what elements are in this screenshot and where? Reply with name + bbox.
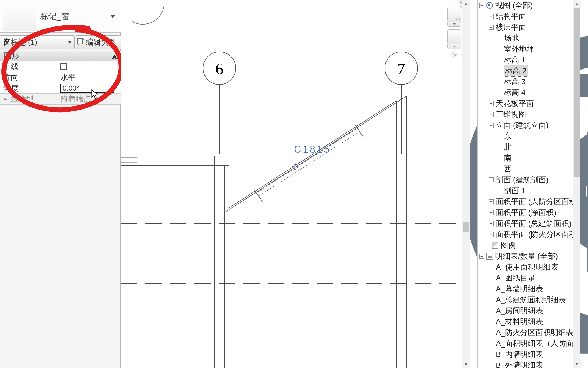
tree-node-schedules[interactable]: − 明细表/数量 (全部) — [478, 251, 573, 262]
collapse-icon[interactable]: − — [489, 25, 494, 30]
tree-item[interactable]: A_防火分区面积明细表 — [478, 327, 573, 338]
svg-line-25 — [259, 131, 360, 196]
prop-value-orientation[interactable]: 水平 — [58, 72, 121, 83]
tree-label: 北 — [504, 142, 512, 153]
tree-label: B_外墙明细表 — [496, 360, 543, 368]
scroll-down-icon[interactable]: ▼ — [462, 360, 470, 368]
type-thumbnail — [3, 2, 36, 31]
scrollbar-thumb[interactable] — [574, 8, 580, 177]
tree-item[interactable]: 东 — [478, 131, 573, 142]
collapse-icon[interactable]: − — [479, 254, 484, 259]
tree-item[interactable]: 标高 4 — [478, 87, 573, 98]
tree-label: 标高 2 — [504, 65, 528, 76]
tree-node-area-plans-3[interactable]: + 面积平面 (总建筑面积) — [478, 218, 573, 229]
tree-item[interactable]: A_材料明细表 — [478, 316, 573, 327]
type-selector-dropdown[interactable]: 标记_窗 — [40, 10, 117, 22]
prop-row-leader-type: 引线类型 附着端点 — [0, 94, 121, 105]
scroll-up-icon[interactable]: ▲ — [462, 0, 470, 8]
tree-item[interactable]: A_图纸目录 — [478, 273, 573, 283]
tree-node-floor-plans[interactable]: − 楼层平面 — [478, 22, 573, 33]
expand-icon[interactable]: + — [489, 112, 494, 117]
tree-label: B_内墙明细表 — [496, 349, 543, 360]
tree-label: 场地 — [504, 33, 519, 44]
expand-icon[interactable]: + — [489, 210, 494, 215]
expand-icon[interactable]: + — [489, 221, 494, 226]
svg-text:6: 6 — [215, 60, 223, 78]
collapse-icon[interactable]: − — [489, 177, 494, 182]
browser-vertical-scrollbar[interactable]: ▲ ▼ — [573, 0, 580, 368]
collapse-icon[interactable]: − — [489, 123, 494, 128]
tree-label: 剖面 (建筑剖面) — [496, 174, 549, 185]
grid-bubble-6: 6 — [203, 52, 236, 154]
tree-label: 室外地坪 — [504, 44, 534, 55]
expand-icon[interactable]: + — [489, 232, 494, 237]
tree-label: 东 — [504, 131, 512, 142]
chevron-down-icon — [68, 41, 72, 44]
scroll-up-icon[interactable]: ▲ — [573, 0, 581, 8]
tree-node-ceiling-plans[interactable]: + 天花板平面 — [478, 98, 573, 109]
tree-item[interactable]: 北 — [478, 142, 573, 153]
instance-filter-button[interactable]: 窗标记 (1) — [0, 35, 75, 49]
tree-label: A_材料明细表 — [496, 316, 543, 327]
tree-node-area-plans-2[interactable]: + 面积平面 (净面积) — [478, 207, 573, 218]
angle-input[interactable]: 0.00° — [60, 84, 114, 93]
properties-grid: 引线 方向 水平 角度 0.00° 引线类型 附着端点 — [0, 61, 121, 105]
tree-node-sections[interactable]: − 剖面 (建筑剖面) — [478, 174, 573, 185]
plan-drawing: 6 7 — [121, 0, 470, 368]
tree-node-legends[interactable]: 图例 — [478, 240, 573, 251]
edit-type-button[interactable]: 编辑类型 — [76, 35, 121, 49]
tree-item[interactable]: B_外墙明细表 — [478, 360, 573, 368]
drawing-canvas[interactable]: 6 7 — [121, 0, 470, 368]
window-tag-label: C1815 — [294, 144, 331, 155]
tree-node-elevations[interactable]: − 立面 (建筑立面) — [478, 120, 573, 131]
tree-item-active[interactable]: 标高 2 — [478, 65, 573, 76]
tree-label: 视图 (全部) — [495, 0, 533, 11]
tree-item[interactable]: A_总建筑面积明细表 — [478, 294, 573, 305]
expand-icon[interactable]: + — [489, 101, 494, 106]
svg-text:7: 7 — [397, 60, 405, 78]
prop-value-leader[interactable] — [58, 61, 121, 72]
tree-item[interactable]: A_幕墙明细表 — [478, 283, 573, 294]
expand-icon[interactable]: + — [489, 199, 494, 204]
tree-item[interactable]: 剖面 1 — [478, 185, 573, 196]
pan-button[interactable] — [447, 29, 461, 44]
prop-label: 引线 — [0, 61, 58, 72]
tree-item[interactable]: 标高 1 — [478, 55, 573, 65]
prop-value-angle[interactable]: 0.00° — [58, 83, 121, 93]
tree-label: A_图纸目录 — [496, 273, 535, 283]
expand-icon[interactable]: + — [489, 14, 494, 19]
steering-wheel-button[interactable]: 2D — [447, 7, 461, 22]
tree-item[interactable]: A_使用面积明细表 — [478, 262, 573, 273]
tree-item[interactable]: 标高 3 — [478, 76, 573, 87]
tree-node-area-plans-4[interactable]: + 面积平面 (防火分区面积) — [478, 229, 573, 240]
checkbox-icon[interactable] — [60, 63, 67, 70]
prop-value-leader-type: 附着端点 — [58, 94, 121, 104]
tree-item[interactable]: B_内墙明细表 — [478, 349, 573, 360]
tree-label: 立面 (建筑立面) — [496, 120, 549, 131]
scroll-down-icon[interactable]: ▼ — [573, 360, 581, 368]
legend-icon — [492, 242, 498, 249]
edit-type-label: 编辑类型 — [86, 37, 116, 47]
tree-label: 标高 1 — [504, 55, 525, 65]
graphics-group-header[interactable]: 图形 ⮝ — [0, 51, 121, 61]
tree-item[interactable]: A_房间明细表 — [478, 305, 573, 316]
tree-item[interactable]: 场地 — [478, 33, 573, 44]
tree-node-structural-plans[interactable]: + 结构平面 — [478, 11, 573, 22]
tree-node-area-plans-1[interactable]: + 面积平面 (人防分区面积) — [478, 196, 573, 207]
tree-item[interactable]: 室外地坪 — [478, 44, 573, 55]
prop-row-leader: 引线 — [0, 61, 121, 72]
scrollbar-thumb[interactable] — [463, 222, 469, 232]
tree-label: 面积平面 (总建筑面积) — [496, 218, 571, 229]
tree-item[interactable]: 西 — [478, 164, 573, 174]
tree-label: 标高 4 — [504, 87, 525, 98]
tree-node-views-root[interactable]: − 视图 (全部) — [478, 0, 573, 11]
tree-label: A_房间明细表 — [496, 305, 543, 316]
canvas-vertical-scrollbar[interactable]: ▲ ▼ — [462, 0, 470, 368]
tree-item[interactable]: 南 — [478, 153, 573, 164]
tree-node-3d-views[interactable]: + 三维视图 — [478, 109, 573, 120]
project-tree[interactable]: − 视图 (全部) + 结构平面 − 楼层平面 场地 室外地坪 标高 1 标高 … — [478, 0, 573, 368]
collapse-icon[interactable]: − — [479, 3, 484, 8]
tree-item[interactable]: A_面积明细表（人防面积） — [478, 338, 573, 349]
views-icon — [486, 2, 493, 9]
grid-bubble-7: 7 — [385, 52, 418, 154]
